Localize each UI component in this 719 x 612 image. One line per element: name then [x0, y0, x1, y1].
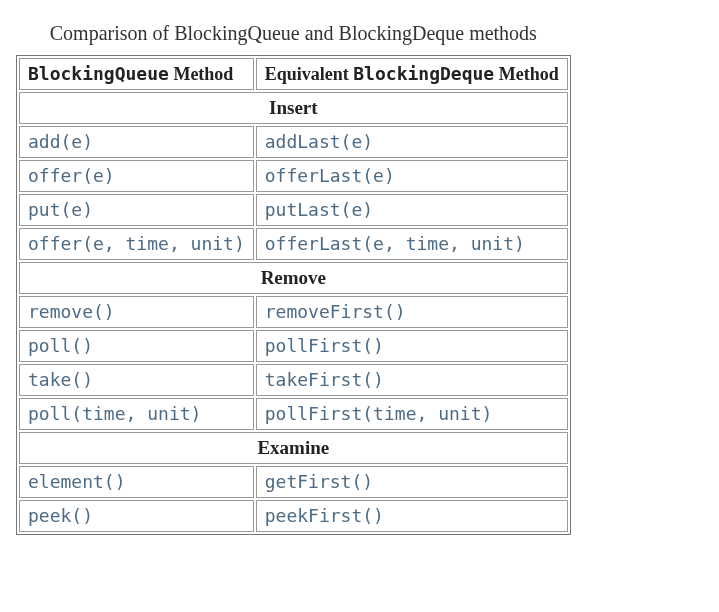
section-row-remove: Remove — [19, 262, 568, 294]
method-link[interactable]: take() — [28, 369, 93, 390]
method-link[interactable]: add(e) — [28, 131, 93, 152]
table-row: put(e) putLast(e) — [19, 194, 568, 226]
method-link[interactable]: element() — [28, 471, 126, 492]
header-col-deque: Equivalent BlockingDeque Method — [256, 58, 568, 90]
cell-queue: remove() — [19, 296, 254, 328]
method-link[interactable]: peekFirst() — [265, 505, 384, 526]
cell-deque: peekFirst() — [256, 500, 568, 532]
method-link[interactable]: pollFirst(time, unit) — [265, 403, 493, 424]
table-caption: Comparison of BlockingQueue and Blocking… — [16, 16, 571, 55]
header-queue-suffix: Method — [169, 64, 234, 84]
table-row: offer(e) offerLast(e) — [19, 160, 568, 192]
header-deque-suffix: Method — [494, 64, 559, 84]
cell-queue: element() — [19, 466, 254, 498]
section-row-insert: Insert — [19, 92, 568, 124]
method-link[interactable]: remove() — [28, 301, 115, 322]
table-row: add(e) addLast(e) — [19, 126, 568, 158]
method-link[interactable]: removeFirst() — [265, 301, 406, 322]
cell-queue: offer(e) — [19, 160, 254, 192]
cell-queue: poll() — [19, 330, 254, 362]
cell-deque: offerLast(e) — [256, 160, 568, 192]
cell-queue: poll(time, unit) — [19, 398, 254, 430]
cell-queue: add(e) — [19, 126, 254, 158]
method-link[interactable]: poll() — [28, 335, 93, 356]
method-link[interactable]: offerLast(e) — [265, 165, 395, 186]
header-deque-code: BlockingDeque — [353, 63, 494, 84]
cell-queue: put(e) — [19, 194, 254, 226]
method-link[interactable]: offer(e) — [28, 165, 115, 186]
method-link[interactable]: peek() — [28, 505, 93, 526]
section-row-examine: Examine — [19, 432, 568, 464]
method-link[interactable]: offer(e, time, unit) — [28, 233, 245, 254]
cell-deque: offerLast(e, time, unit) — [256, 228, 568, 260]
cell-deque: putLast(e) — [256, 194, 568, 226]
table-row: poll(time, unit) pollFirst(time, unit) — [19, 398, 568, 430]
section-examine: Examine — [19, 432, 568, 464]
cell-queue: peek() — [19, 500, 254, 532]
table-row: offer(e, time, unit) offerLast(e, time, … — [19, 228, 568, 260]
method-link[interactable]: putLast(e) — [265, 199, 373, 220]
cell-deque: pollFirst() — [256, 330, 568, 362]
cell-deque: removeFirst() — [256, 296, 568, 328]
comparison-table: Comparison of BlockingQueue and Blocking… — [16, 16, 571, 535]
header-col-queue: BlockingQueue Method — [19, 58, 254, 90]
header-queue-code: BlockingQueue — [28, 63, 169, 84]
cell-deque: takeFirst() — [256, 364, 568, 396]
method-link[interactable]: takeFirst() — [265, 369, 384, 390]
section-insert: Insert — [19, 92, 568, 124]
table-row: poll() pollFirst() — [19, 330, 568, 362]
cell-deque: pollFirst(time, unit) — [256, 398, 568, 430]
method-link[interactable]: poll(time, unit) — [28, 403, 201, 424]
cell-deque: getFirst() — [256, 466, 568, 498]
cell-queue: take() — [19, 364, 254, 396]
cell-deque: addLast(e) — [256, 126, 568, 158]
table-row: remove() removeFirst() — [19, 296, 568, 328]
cell-queue: offer(e, time, unit) — [19, 228, 254, 260]
method-link[interactable]: pollFirst() — [265, 335, 384, 356]
table-row: element() getFirst() — [19, 466, 568, 498]
method-link[interactable]: addLast(e) — [265, 131, 373, 152]
table-row: peek() peekFirst() — [19, 500, 568, 532]
header-row: BlockingQueue Method Equivalent Blocking… — [19, 58, 568, 90]
method-link[interactable]: getFirst() — [265, 471, 373, 492]
method-link[interactable]: put(e) — [28, 199, 93, 220]
section-remove: Remove — [19, 262, 568, 294]
method-link[interactable]: offerLast(e, time, unit) — [265, 233, 525, 254]
header-deque-prefix: Equivalent — [265, 64, 354, 84]
table-row: take() takeFirst() — [19, 364, 568, 396]
